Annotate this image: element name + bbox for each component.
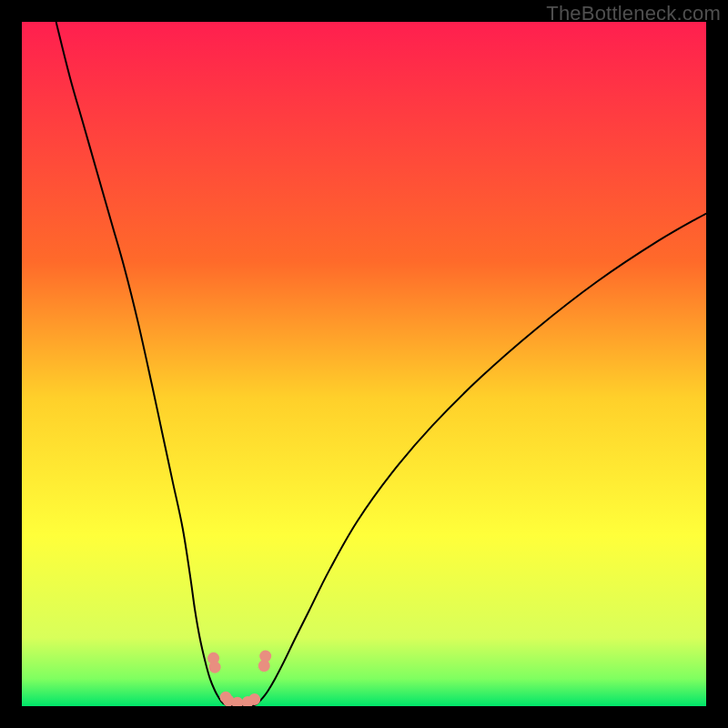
gradient-background: [22, 22, 706, 706]
plot-area: [22, 22, 706, 706]
bottleneck-chart: [22, 22, 706, 706]
valley-marker: [209, 662, 221, 673]
chart-frame: [22, 22, 706, 706]
valley-marker: [259, 651, 271, 662]
watermark-text: TheBottleneck.com: [546, 2, 721, 25]
valley-marker: [248, 693, 260, 705]
